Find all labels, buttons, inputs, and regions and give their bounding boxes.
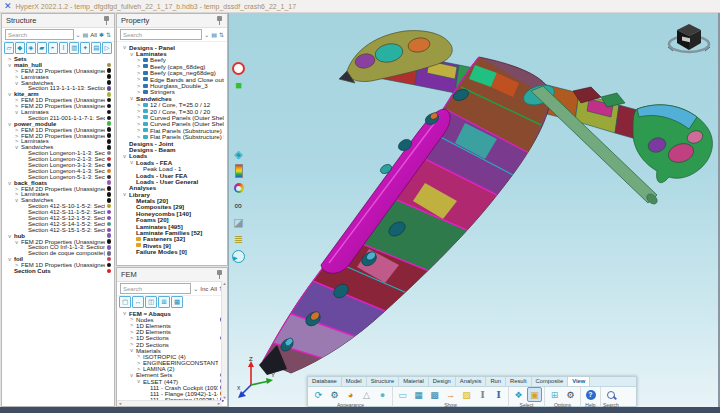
expander-icon[interactable]: v: [122, 153, 127, 159]
refresh-icon[interactable]: ⟳: [311, 387, 326, 402]
expander-icon[interactable]: v: [7, 233, 12, 239]
contour-legend-icon[interactable]: [231, 164, 246, 178]
filter-all-button[interactable]: All: [210, 285, 217, 293]
expander-icon[interactable]: >: [136, 70, 141, 76]
expander-icon[interactable]: v: [7, 180, 12, 186]
model-3d-view[interactable]: [229, 13, 719, 407]
expander-icon[interactable]: >: [136, 360, 141, 366]
sync-icon[interactable]: ⇅: [219, 31, 224, 39]
pin-icon[interactable]: [216, 270, 223, 279]
beam-filter-icon[interactable]: I: [59, 42, 69, 54]
ply-filter-icon[interactable]: ▥: [69, 42, 79, 54]
ribbon-tab[interactable]: Structure: [367, 377, 400, 386]
record-icon[interactable]: [231, 61, 246, 75]
expander-icon[interactable]: >: [129, 341, 134, 347]
terrain-icon[interactable]: ◪: [231, 215, 246, 229]
expander-icon[interactable]: v: [7, 91, 12, 97]
expander-icon[interactable]: v: [122, 191, 127, 197]
chevron-down-icon[interactable]: ⌄: [76, 31, 81, 38]
expander-icon[interactable]: v: [14, 144, 19, 150]
expander-icon[interactable]: >: [136, 57, 141, 63]
thickness-spots-icon[interactable]: ▨: [459, 387, 474, 402]
ribbon-tab[interactable]: Analysis: [456, 377, 487, 386]
3d-viewport[interactable]: ■ ◈∞◪≣▶ Z Y X DatabaseModelStructureMate…: [228, 13, 719, 407]
panel-show-icon[interactable]: ▭: [395, 387, 410, 402]
fem-search-input[interactable]: [120, 283, 191, 294]
chevron-down-icon[interactable]: ⌄: [193, 285, 198, 292]
expander-icon[interactable]: v: [7, 62, 12, 68]
flip-elements-icon[interactable]: ◫: [145, 296, 157, 308]
ribbon-tab[interactable]: Result: [506, 377, 531, 386]
settings-gear-icon[interactable]: ⚙: [563, 387, 578, 402]
gear-icon[interactable]: ⚙: [327, 387, 342, 402]
play-icon[interactable]: ▶: [231, 249, 246, 263]
beam-section-blue-icon[interactable]: I: [491, 387, 506, 402]
panel-filter-icon[interactable]: ▰: [37, 42, 47, 54]
help-icon[interactable]: ?: [583, 387, 598, 402]
mesh-dense-icon[interactable]: ▩: [427, 387, 442, 402]
expander-icon[interactable]: v: [7, 256, 12, 262]
expander-icon[interactable]: v: [129, 372, 134, 378]
glasses-icon[interactable]: ∞: [231, 198, 246, 212]
tree-item[interactable]: Section Cuts: [3, 268, 114, 274]
fastener-filter-icon[interactable]: ✦: [80, 42, 90, 54]
component-filter-icon[interactable]: ▱: [4, 42, 14, 54]
expander-icon[interactable]: >: [129, 329, 134, 335]
color-ring-icon[interactable]: [231, 181, 246, 195]
copy-filter-icon[interactable]: ▤: [83, 31, 89, 39]
beam-section-icon[interactable]: I: [475, 387, 490, 402]
ribbon-tab[interactable]: Material: [399, 377, 429, 386]
expander-icon[interactable]: v: [14, 239, 19, 245]
ribbon-tab[interactable]: Composite: [532, 377, 569, 386]
expander-icon[interactable]: >: [136, 83, 141, 89]
pin-icon[interactable]: [216, 16, 223, 25]
color-wheel-icon[interactable]: ◕: [343, 387, 358, 402]
ribbon-tab[interactable]: Design: [429, 377, 456, 386]
section-filter-icon[interactable]: ▤: [91, 42, 101, 54]
tree-item[interactable]: Failure Modes [0]: [118, 249, 227, 255]
expander-icon[interactable]: >: [136, 76, 141, 82]
laminate-filter-icon[interactable]: ◆: [15, 42, 25, 54]
expander-icon[interactable]: v: [122, 44, 127, 50]
expander-icon[interactable]: >: [136, 108, 141, 114]
chevron-down-icon[interactable]: ⌄: [204, 31, 209, 38]
sphere-icon[interactable]: ●: [375, 387, 390, 402]
search-icon[interactable]: [603, 387, 618, 402]
structure-search-input[interactable]: [5, 29, 74, 40]
ply-stack-icon[interactable]: ≣: [231, 232, 246, 246]
pin-icon[interactable]: [103, 16, 110, 25]
filter-inc-button[interactable]: Inc: [200, 285, 208, 293]
expander-icon[interactable]: v: [129, 159, 134, 165]
expander-icon[interactable]: v: [14, 109, 19, 115]
filter-all-button[interactable]: All: [90, 31, 97, 39]
expander-icon[interactable]: v: [7, 121, 12, 127]
expander-icon[interactable]: v: [136, 378, 141, 384]
measure-icon[interactable]: ↔: [132, 296, 144, 308]
select-nodes-icon[interactable]: ▢: [119, 296, 131, 308]
expander-icon[interactable]: >: [136, 353, 141, 359]
expander-icon[interactable]: v: [129, 347, 134, 353]
mesh-display-icon[interactable]: ▦: [171, 296, 183, 308]
expander-icon[interactable]: v: [122, 310, 127, 316]
light-icon[interactable]: △: [359, 387, 374, 402]
copy-filter-icon[interactable]: ▤: [211, 31, 217, 39]
expander-icon[interactable]: >: [136, 127, 141, 133]
fem-horizontal-scrollbar[interactable]: ◄►: [117, 400, 222, 406]
misc-filter-icon[interactable]: ▷: [102, 42, 112, 54]
fit-mesh-icon[interactable]: ⊞: [158, 296, 170, 308]
ribbon-tab[interactable]: Model: [342, 377, 367, 386]
core-filter-icon[interactable]: ◓: [48, 42, 58, 54]
expander-icon[interactable]: >: [129, 316, 134, 322]
expander-icon[interactable]: >: [129, 335, 134, 341]
expander-icon[interactable]: >: [136, 114, 141, 120]
stop-icon[interactable]: ■: [231, 78, 246, 92]
expander-icon[interactable]: >: [136, 63, 141, 69]
ribbon-tab[interactable]: Run: [486, 377, 506, 386]
expander-icon[interactable]: >: [136, 102, 141, 108]
property-search-input[interactable]: [120, 29, 202, 40]
ribbon-tab[interactable]: Database: [308, 377, 342, 386]
expander-icon[interactable]: >: [136, 121, 141, 127]
expander-icon[interactable]: v: [129, 51, 134, 57]
fem-vertical-scrollbar[interactable]: ▲▼: [221, 281, 227, 400]
expander-icon[interactable]: v: [14, 80, 19, 86]
